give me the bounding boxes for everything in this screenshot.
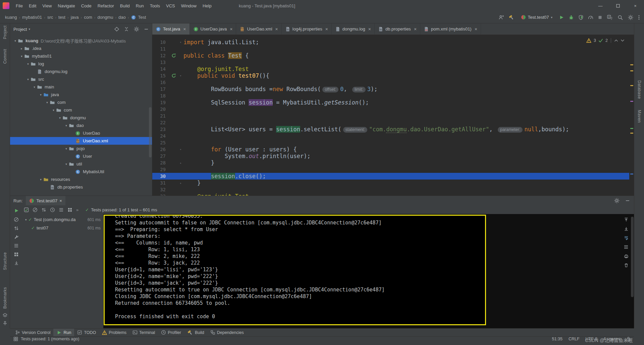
fold-marker-icon[interactable]: ▴	[178, 180, 183, 186]
stripe-mark[interactable]	[630, 128, 633, 129]
close-button[interactable]: ×	[627, 0, 644, 11]
line-number[interactable]: 17	[152, 86, 170, 92]
tree-item[interactable]: db.properties	[10, 183, 152, 191]
toolwindow-build[interactable]: Build	[184, 329, 207, 337]
show-passed-icon[interactable]	[24, 207, 29, 212]
collapse-all-tests-icon[interactable]	[67, 207, 72, 212]
tab-close-icon[interactable]: ×	[368, 27, 371, 31]
editor-tab[interactable]: dongmu.log×	[332, 23, 375, 34]
stripe-mark[interactable]	[630, 85, 633, 86]
run-button-icon[interactable]	[559, 15, 564, 20]
stripe-mark[interactable]	[630, 70, 633, 71]
scroll-to-top-icon[interactable]	[624, 217, 629, 222]
scroll-to-end-icon[interactable]	[624, 226, 629, 231]
tree-item[interactable]: ▾src	[10, 75, 152, 83]
menu-file[interactable]: File	[13, 2, 26, 9]
toolwindow-problems[interactable]: Problems	[99, 329, 129, 337]
menu-edit[interactable]: Edit	[26, 2, 39, 9]
stripe-mark[interactable]	[630, 101, 633, 102]
stop-button-icon[interactable]	[598, 15, 602, 20]
line-number[interactable]: 21	[152, 113, 170, 119]
debug-button-icon[interactable]	[569, 15, 574, 20]
toolwindow-profiler[interactable]: Profiler	[158, 329, 184, 337]
stripe-project[interactable]: Project	[3, 25, 7, 39]
breadcrumb-item[interactable]: test	[57, 14, 66, 20]
tree-item[interactable]: ▾java	[10, 91, 152, 98]
tree-item[interactable]: ▾pojo	[10, 145, 152, 152]
tree-item[interactable]: ▾mybatis01	[10, 52, 152, 60]
tree-item[interactable]: IUserDao	[10, 129, 152, 137]
breadcrumb-item[interactable]: src	[46, 14, 54, 20]
menu-run[interactable]: Run	[133, 2, 147, 9]
run-configuration-selector[interactable]: Test.test07▾	[519, 14, 554, 20]
stripe-database[interactable]: Database	[637, 80, 642, 99]
tree-item[interactable]: ▾kuangD:\word文档\电子版练习册\JAVA\03-Mybatis	[10, 37, 152, 45]
line-number[interactable]: 14	[152, 66, 170, 72]
inspections-widget[interactable]: 32	[586, 37, 625, 44]
menu-build[interactable]: Build	[117, 2, 133, 9]
tree-item[interactable]: ▾com	[10, 98, 152, 106]
line-number[interactable]: 22	[152, 119, 170, 126]
toolwindow-version-control[interactable]: Version Control	[12, 329, 53, 337]
status-item[interactable]: CRLF	[569, 337, 580, 341]
tree-item[interactable]: ▾resources	[10, 176, 152, 183]
line-number[interactable]: 24	[152, 133, 170, 139]
code-with-me-icon[interactable]	[498, 14, 504, 20]
console-scrollbar[interactable]	[631, 217, 634, 297]
line-number[interactable]: 19	[152, 99, 170, 106]
line-number[interactable]: 26	[152, 146, 170, 153]
tab-close-icon[interactable]: ×	[183, 27, 186, 31]
breadcrumb-item[interactable]: mybatis01	[21, 14, 43, 20]
project-settings-icon[interactable]	[133, 26, 140, 32]
maximize-button[interactable]	[609, 0, 627, 11]
next-problem-icon[interactable]	[621, 39, 625, 42]
toolwindow-todo[interactable]: TODO	[74, 329, 99, 337]
expand-all-icon[interactable]	[59, 207, 64, 212]
run-tab[interactable]: Test.test07 ×	[26, 196, 65, 205]
stripe-mark[interactable]	[630, 133, 633, 134]
line-number[interactable]: 16	[152, 79, 170, 86]
stripe-structure[interactable]: Structure	[3, 252, 7, 270]
profiler-button-icon[interactable]	[588, 15, 593, 20]
tree-item[interactable]: CMybatisUtil	[10, 168, 152, 176]
run-test-gutter-icon[interactable]	[170, 72, 178, 79]
tree-item[interactable]: CUser	[10, 152, 152, 160]
line-number[interactable]: 29	[152, 166, 170, 173]
line-number[interactable]: 11	[152, 46, 170, 52]
line-number[interactable]: 31	[152, 180, 170, 186]
stripe-mark[interactable]	[630, 174, 633, 175]
test-history-icon[interactable]	[14, 243, 19, 248]
line-number[interactable]: 32	[152, 186, 170, 193]
line-number[interactable]: 27	[152, 153, 170, 159]
console[interactable]: Created connection 667346055.Setting aut…	[103, 214, 634, 328]
breadcrumb-item[interactable]: dao	[117, 14, 127, 20]
more-options-icon[interactable]	[638, 15, 640, 20]
tab-close-icon[interactable]: ×	[230, 27, 232, 31]
toggle-sort-icon[interactable]	[14, 226, 19, 231]
stripe-bookmarks[interactable]: Bookmarks	[3, 287, 7, 309]
settings-icon[interactable]	[628, 14, 634, 20]
project-scrollbar[interactable]	[149, 107, 152, 157]
coverage-button-icon[interactable]	[578, 15, 584, 20]
editor-tab[interactable]: db.properties×	[375, 23, 420, 34]
locate-file-icon[interactable]	[114, 26, 119, 32]
tree-item[interactable]: ▾log	[10, 60, 152, 68]
minimize-button[interactable]: —	[592, 0, 609, 11]
line-number[interactable]: 25	[152, 139, 170, 146]
tree-item[interactable]: ▾com	[10, 106, 152, 114]
tab-close-icon[interactable]: ×	[414, 27, 417, 31]
editor-tab[interactable]: log4j.properties×	[282, 23, 332, 34]
tree-item[interactable]: ▾dongmu	[10, 114, 152, 122]
toolwindow-run[interactable]: Run	[53, 329, 74, 337]
build-icon[interactable]	[508, 14, 515, 20]
fold-marker-icon[interactable]: ▾	[178, 39, 183, 46]
line-number[interactable]: 10	[152, 39, 170, 46]
stripe-commit[interactable]: Commit	[3, 49, 7, 64]
toolwindow-terminal[interactable]: Terminal	[129, 329, 158, 337]
editor-tab[interactable]: CTest.java×	[152, 23, 190, 34]
menu-vcs[interactable]: VCS	[163, 2, 178, 9]
sort-by-duration-icon[interactable]	[50, 207, 55, 212]
rerun-tests-icon[interactable]	[14, 208, 19, 213]
hide-panel-icon[interactable]	[144, 27, 149, 31]
tree-item[interactable]: ▾main	[10, 83, 152, 91]
